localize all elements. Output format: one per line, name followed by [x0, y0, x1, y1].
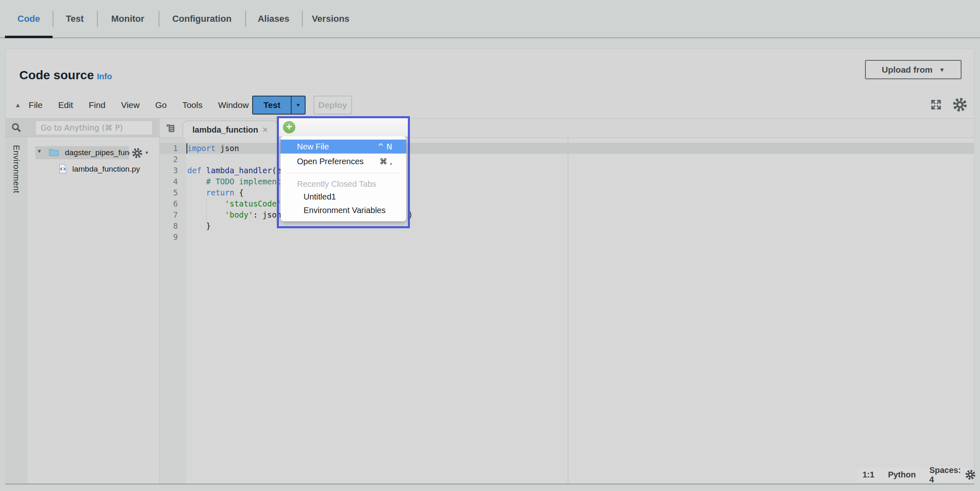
info-link[interactable]: Info — [97, 72, 112, 81]
menu-go[interactable]: Go — [147, 100, 175, 110]
file-tree-panel — [28, 137, 160, 484]
tree-item-file-label[interactable]: lambda_function.py — [72, 165, 140, 174]
tab-test-label: Test — [66, 14, 84, 24]
menu-item-untitled1[interactable]: Untitled1 — [281, 190, 406, 204]
print-margin-line — [568, 138, 568, 484]
deploy-button[interactable]: Deploy — [313, 96, 352, 115]
menu-item-shortcut: ⌘ , — [380, 157, 392, 166]
menu-item-shortcut: ^ N — [377, 142, 392, 151]
menu-separator — [286, 173, 400, 173]
editor-status-bar: 1:1 Python Spaces: 4 — [857, 468, 971, 482]
menu-view[interactable]: View — [113, 100, 147, 110]
collapse-panel-icon[interactable]: ▲ — [15, 101, 21, 108]
menu-edit[interactable]: Edit — [51, 100, 81, 110]
popup-tab-strip: + — [279, 118, 408, 136]
python-file-icon[interactable] — [58, 163, 68, 175]
tab-versions[interactable]: Versions — [302, 0, 359, 37]
tab-monitor[interactable]: Monitor — [97, 0, 159, 37]
go-to-anything-input[interactable] — [35, 121, 152, 135]
gutter-line-number: 2 — [160, 154, 178, 165]
chevron-down-icon: ▼ — [296, 102, 301, 108]
chevron-down-icon: ▼ — [939, 67, 945, 73]
menu-item-new-file[interactable]: New File ^ N — [281, 140, 406, 154]
text-cursor — [186, 143, 187, 154]
code-line — [187, 232, 413, 243]
menu-file[interactable]: File — [21, 100, 51, 110]
tree-settings-caret-icon[interactable]: ▾ — [145, 149, 148, 156]
function-tab-nav: Code Test Monitor Configuration Aliases … — [0, 0, 980, 38]
test-button[interactable]: Test — [253, 96, 291, 114]
test-dropdown-caret[interactable]: ▼ — [291, 96, 305, 114]
upload-from-button[interactable]: Upload from ▼ — [865, 60, 962, 79]
menu-item-open-preferences[interactable]: Open Preferences ⌘ , — [281, 154, 406, 169]
page-title: Code source — [19, 68, 94, 82]
tab-code[interactable]: Code — [5, 0, 53, 37]
menu-item-label: New File — [297, 142, 329, 151]
status-settings-gear-icon[interactable] — [965, 469, 976, 480]
tab-list-icon[interactable] — [166, 123, 176, 134]
gutter-line-number: 9 — [160, 232, 178, 243]
code-source-card: Code source Info Upload from ▼ ▲ File Ed… — [5, 48, 974, 484]
gutter-line-number: 4 — [160, 176, 178, 187]
gutter-line-number: 6 — [160, 198, 178, 209]
tree-item-folder-label[interactable]: dagster_pipes_funct — [65, 148, 130, 157]
indent-guide — [206, 198, 207, 220]
gutter-line-number: 5 — [160, 187, 178, 198]
gutter-line-number: 8 — [160, 220, 178, 232]
tree-settings-gear-icon[interactable] — [131, 147, 143, 159]
gutter-line-number: 7 — [160, 209, 178, 220]
tab-aliases[interactable]: Aliases — [245, 0, 302, 37]
gutter-line-number: 3 — [160, 165, 178, 176]
menu-tools[interactable]: Tools — [175, 100, 210, 110]
gutter: 123456789 — [160, 143, 178, 243]
lambda-console-page: { "colors": { "accent_link": "#2e76b8", … — [0, 0, 980, 491]
tab-code-label: Code — [18, 14, 40, 24]
menu-window[interactable]: Window — [210, 100, 257, 110]
file-menu-popup: + New File ^ N Open Preferences ⌘ , Rece… — [277, 116, 410, 228]
indentation-setting[interactable]: Spaces: 4 — [929, 466, 961, 484]
fullscreen-icon[interactable] — [930, 99, 942, 111]
ide-settings-gear-icon[interactable] — [952, 97, 968, 112]
menu-find[interactable]: Find — [81, 100, 113, 110]
tab-monitor-label: Monitor — [111, 14, 145, 24]
cursor-position[interactable]: 1:1 — [863, 470, 874, 480]
ide-menubar: ▲ File Edit Find View Go Tools Window Te… — [6, 92, 974, 119]
menu-item-environment-variables[interactable]: Environment Variables — [281, 204, 406, 217]
search-icon[interactable] — [10, 122, 23, 134]
language-mode[interactable]: Python — [888, 470, 916, 480]
tab-versions-label: Versions — [312, 14, 350, 24]
new-tab-plus-icon[interactable]: + — [283, 121, 295, 133]
menu-section-label: Recently Closed Tabs — [281, 178, 406, 190]
close-tab-icon[interactable]: × — [262, 126, 268, 134]
tab-configuration-label: Configuration — [172, 14, 231, 24]
popup-menu: New File ^ N Open Preferences ⌘ , Recent… — [281, 136, 406, 221]
menu-item-label: Open Preferences — [297, 157, 363, 166]
editor-tab-lambda-function[interactable]: lambda_function × — [182, 120, 278, 138]
folder-icon[interactable] — [47, 147, 60, 158]
tab-aliases-label: Aliases — [258, 14, 289, 24]
editor-tab-label: lambda_function — [192, 125, 258, 135]
upload-from-label: Upload from — [882, 65, 933, 75]
folder-disclosure-caret-icon[interactable]: ▾ — [38, 147, 41, 155]
tab-test[interactable]: Test — [53, 0, 97, 37]
tab-configuration[interactable]: Configuration — [159, 0, 245, 37]
test-split-button[interactable]: Test ▼ — [252, 96, 306, 115]
environment-panel-tab[interactable]: Environment — [12, 145, 21, 193]
gutter-line-number: 1 — [160, 143, 178, 154]
